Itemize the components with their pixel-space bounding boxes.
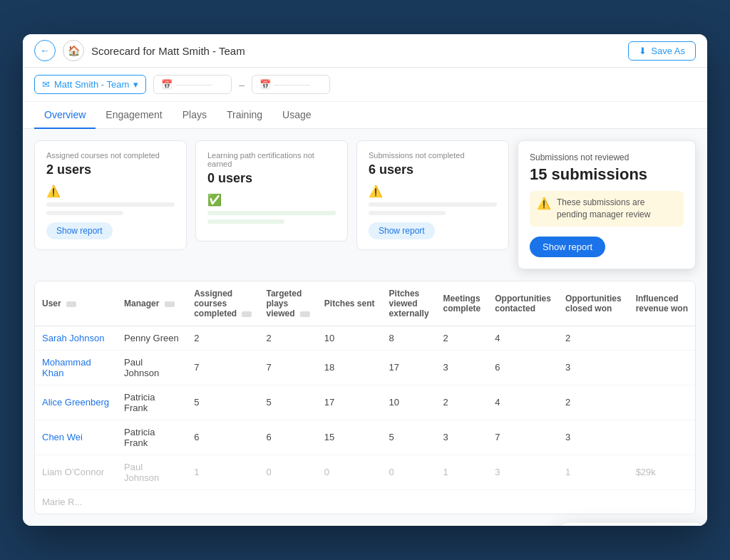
- stat-value-reviewed: 15 submissions: [530, 165, 684, 184]
- cell-revenue: [629, 326, 695, 350]
- cell-pitches-viewed: 10: [382, 385, 436, 420]
- bar-placeholder-1: [46, 202, 175, 207]
- col-header-assigned: Assignedcoursescompleted: [187, 281, 259, 326]
- sort-icon-targeted[interactable]: [300, 311, 310, 317]
- user-link[interactable]: Chen Wei: [42, 432, 83, 442]
- cell-pitches-viewed: [382, 489, 436, 514]
- cell-revenue: [629, 350, 695, 385]
- tab-usage[interactable]: Usage: [272, 102, 321, 129]
- back-button[interactable]: ←: [34, 40, 56, 61]
- sort-icon-manager[interactable]: [165, 301, 175, 307]
- stat-value-submissions: 6 users: [369, 162, 497, 177]
- cell-user: Liam O'Connor: [35, 455, 117, 489]
- cell-opps-closed: 3: [558, 420, 629, 455]
- sort-icon-user[interactable]: [66, 301, 76, 307]
- cell-assigned: 7: [187, 350, 259, 385]
- stat-card-submissions-not-completed: Submissions not completed 6 users ⚠️ Sho…: [356, 140, 509, 250]
- home-button[interactable]: 🏠: [63, 40, 84, 61]
- cell-assigned: [187, 489, 259, 514]
- cell-opps-closed: 3: [558, 350, 629, 385]
- cell-revenue: [629, 420, 695, 455]
- cell-manager: Patricia Frank: [117, 420, 187, 455]
- cell-manager: Paul Johnson: [117, 350, 187, 385]
- sort-icon-assigned[interactable]: [242, 311, 252, 317]
- cell-meetings: 2: [436, 326, 488, 350]
- main-content: Assigned courses not completed 2 users ⚠…: [23, 129, 707, 526]
- success-icon-learning: ✅: [207, 193, 336, 207]
- tabs-bar: Overview Engagement Plays Training Usage: [23, 102, 707, 129]
- cell-manager: Patricia Frank: [117, 385, 187, 420]
- cell-revenue: [629, 385, 695, 420]
- cell-pitches-viewed: 0: [382, 455, 436, 489]
- save-as-button[interactable]: ⬇ Save As: [628, 41, 696, 61]
- data-table: User Manager Assignedcoursescompleted Ta…: [35, 281, 695, 514]
- cell-opps-contacted: 4: [488, 385, 558, 420]
- cell-user: Mohammad Khan: [35, 350, 117, 385]
- cell-manager: Paul Johnson: [117, 455, 187, 489]
- cell-user: Sarah Johnson: [35, 326, 117, 350]
- table-row: Mohammad Khan Paul Johnson 7 7 18 17 3 6…: [35, 350, 695, 385]
- cell-targeted: 5: [259, 385, 317, 420]
- stat-label-assigned: Assigned courses not completed: [46, 151, 175, 160]
- tab-overview[interactable]: Overview: [34, 102, 96, 129]
- user-link[interactable]: Marie R...: [42, 497, 82, 507]
- cell-targeted: [259, 489, 317, 514]
- show-report-btn-reviewed[interactable]: Show report: [530, 237, 605, 257]
- cell-assigned: 5: [187, 385, 259, 420]
- cell-opps-closed: 1: [558, 455, 629, 489]
- col-header-pitches-sent: Pitches sent: [317, 281, 382, 326]
- col-header-manager: Manager: [117, 281, 187, 326]
- cell-assigned: 2: [187, 326, 259, 350]
- date-start-input[interactable]: 📅 ──────: [153, 75, 232, 94]
- user-link[interactable]: Mohammad Khan: [42, 357, 91, 378]
- cell-opps-closed: 2: [558, 385, 629, 420]
- show-report-btn-submissions[interactable]: Show report: [369, 222, 435, 239]
- cell-pitches-sent: [317, 489, 382, 514]
- cell-user: Chen Wei: [35, 420, 117, 455]
- filter-bar: ✉ Matt Smith - Team ▾ 📅 ────── – 📅 ─────…: [23, 68, 707, 102]
- warning-icon-assigned: ⚠️: [46, 185, 175, 198]
- calendar-icon-start: 📅: [161, 79, 173, 90]
- cell-meetings: 1: [436, 455, 488, 489]
- date-separator: –: [239, 79, 245, 90]
- email-icon: ✉: [42, 79, 50, 90]
- tab-training[interactable]: Training: [217, 102, 272, 129]
- date-end-input[interactable]: 📅 ──────: [252, 75, 330, 94]
- stat-label-submissions: Submissions not completed: [369, 151, 497, 160]
- cell-targeted: 6: [259, 420, 317, 455]
- user-link[interactable]: Alice Greenberg: [42, 397, 109, 408]
- bar-sub-2: [207, 219, 284, 224]
- cell-user: Marie R...: [35, 489, 117, 514]
- warning-icon-submissions: ⚠️: [369, 185, 497, 198]
- save-icon: ⬇: [639, 46, 647, 56]
- table-row: Alice Greenberg Patricia Frank 5 5 17 10…: [35, 385, 695, 420]
- cell-pitches-sent: 10: [317, 326, 382, 350]
- table-row: Liam O'Connor Paul Johnson 1 0 0 0 1 3 1…: [35, 455, 695, 489]
- tab-engagement[interactable]: Engagement: [96, 102, 172, 129]
- sort-filter-popup: ... ⇅ Sort Ascending Descending ▼: [560, 523, 703, 526]
- calendar-icon-end: 📅: [259, 79, 271, 90]
- cell-targeted: 7: [259, 350, 317, 385]
- user-link[interactable]: Sarah Johnson: [42, 333, 104, 343]
- user-link[interactable]: Liam O'Connor: [42, 467, 104, 477]
- table-row: Sarah Johnson Penny Green 2 2 10 8 2 4 2: [35, 326, 695, 350]
- col-header-meetings: Meetingscomplete: [436, 281, 488, 326]
- cell-opps-contacted: 6: [488, 350, 558, 385]
- col-header-opps-contacted: Opportunitiescontacted: [488, 281, 558, 326]
- cell-revenue: $29k: [629, 455, 695, 489]
- cell-targeted: 0: [259, 455, 317, 489]
- stat-card-submissions-reviewed: Submissions not reviewed 15 submissions …: [518, 140, 696, 269]
- col-header-opps-closed: Opportunitiesclosed won: [558, 281, 629, 326]
- cell-revenue: [629, 489, 695, 514]
- tab-plays[interactable]: Plays: [173, 102, 217, 129]
- cell-opps-contacted: 4: [488, 326, 558, 350]
- stat-value-assigned: 2 users: [46, 162, 175, 177]
- top-bar: ← 🏠 Scorecard for Matt Smith - Team ⬇ Sa…: [23, 34, 707, 68]
- stat-label-learning: Learning path certifications not earned: [207, 151, 336, 168]
- cell-opps-closed: [558, 489, 629, 514]
- table-container: User Manager Assignedcoursescompleted Ta…: [34, 281, 696, 514]
- team-dropdown[interactable]: ✉ Matt Smith - Team ▾: [34, 75, 146, 94]
- table-row: Chen Wei Patricia Frank 6 6 15 5 3 7 3: [35, 420, 695, 455]
- cell-pitches-sent: 0: [317, 455, 382, 489]
- show-report-btn-assigned[interactable]: Show report: [46, 222, 113, 239]
